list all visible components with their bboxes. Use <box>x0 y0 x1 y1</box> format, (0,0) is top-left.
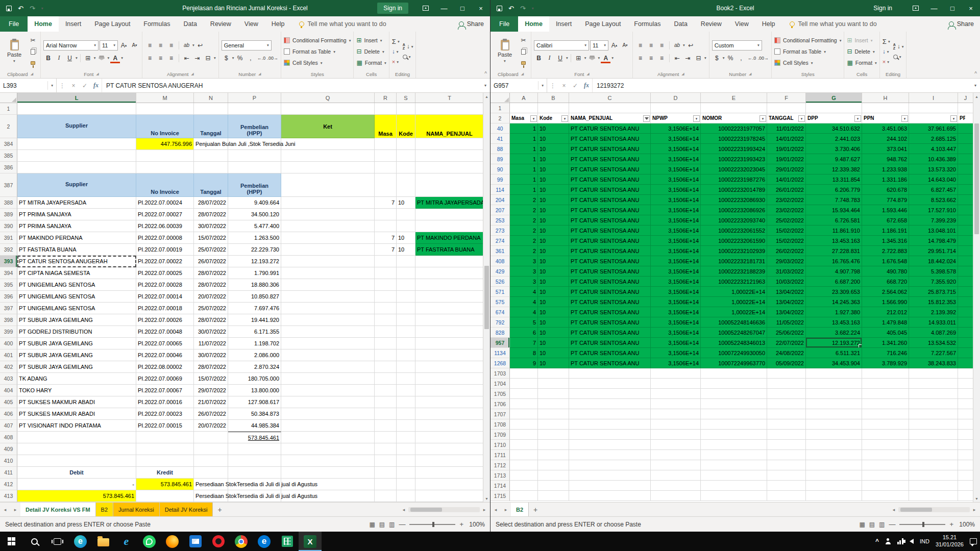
cell-F89[interactable]: 19/01/2022 <box>767 154 806 164</box>
maximize-button[interactable]: □ <box>453 0 472 16</box>
ribbon-tab-home[interactable]: Home <box>28 16 59 32</box>
cell-J41[interactable] <box>958 134 973 144</box>
row-header-2[interactable]: 2 <box>0 115 17 138</box>
cell-L2[interactable]: Supplier <box>17 115 136 138</box>
cell-M387[interactable]: No Invoice <box>136 173 194 197</box>
filter-dropdown-icon-F[interactable]: ▾ <box>798 115 805 122</box>
italic-button[interactable]: I <box>54 53 64 63</box>
page-break-view-icon[interactable]: ▥ <box>389 521 395 528</box>
cell-I1715[interactable] <box>909 491 958 501</box>
scroll-right-icon[interactable]: ▸ <box>481 507 488 512</box>
cell-E89[interactable]: 100022231993423 <box>701 154 767 164</box>
cell-A429[interactable]: 3 <box>510 266 538 277</box>
row-header-393[interactable]: 393 <box>0 256 17 267</box>
cell-F1706[interactable] <box>767 399 806 409</box>
task-view-button[interactable] <box>46 532 69 551</box>
format-as-table-button[interactable]: Format as Table▾ <box>774 47 826 57</box>
row-header-1711[interactable]: 1711 <box>491 450 510 460</box>
cell-P394[interactable]: 1.790.991 <box>228 267 281 279</box>
cell-P402[interactable]: 2.870.324 <box>228 361 281 373</box>
cell-B204[interactable]: 10 <box>538 195 569 205</box>
cell-R409[interactable] <box>375 443 397 455</box>
cell-P398[interactable]: 19.441.920 <box>228 314 281 326</box>
cell-G89[interactable]: 9.487.627 <box>806 154 862 164</box>
row-header-395[interactable]: 395 <box>0 279 17 291</box>
cell-D575[interactable]: 3,1506E+14 <box>651 297 701 307</box>
cell-E1708[interactable] <box>701 419 767 430</box>
row-header-273[interactable]: 273 <box>491 226 510 236</box>
cell-N392[interactable]: 25/07/2022 <box>194 244 228 256</box>
cell-R390[interactable] <box>375 220 397 232</box>
cell-N388[interactable]: 28/07/2022 <box>194 197 228 209</box>
grow-font-button[interactable]: A▴ <box>609 40 619 51</box>
next-sheet-icon[interactable]: ▸ <box>501 503 511 516</box>
collapse-ribbon-icon[interactable]: ^ <box>484 71 487 77</box>
ribbon-tab-home[interactable]: Home <box>518 16 549 32</box>
cell-P390[interactable]: 5.477.400 <box>228 220 281 232</box>
sign-in-button[interactable]: Sign in <box>867 3 898 14</box>
save-button[interactable] <box>497 6 502 11</box>
cell-L384[interactable] <box>17 138 136 150</box>
cell-T410[interactable] <box>415 455 483 467</box>
ribbon-tab-insert[interactable]: Insert <box>59 16 88 32</box>
cell-L390[interactable]: PT PRIMA SANJAYA <box>17 220 136 232</box>
cell-F40[interactable]: 11/01/2022 <box>767 123 806 134</box>
cell-F1[interactable] <box>767 103 806 113</box>
insert-function-icon[interactable]: fx <box>90 79 102 92</box>
cell-T386[interactable] <box>415 162 483 173</box>
cell-B1705[interactable] <box>538 389 569 399</box>
underline-button[interactable]: U <box>65 53 75 63</box>
font-name-combo[interactable]: Arial Narrow▾ <box>43 40 99 51</box>
cell-S396[interactable] <box>397 291 415 303</box>
cell-E1710[interactable] <box>701 440 767 450</box>
find-select-button[interactable]: ▾ <box>403 52 413 62</box>
cell-G1[interactable] <box>806 103 862 113</box>
cell-P410[interactable] <box>228 455 281 467</box>
cell-H1706[interactable] <box>862 399 909 409</box>
cell-L412[interactable]: - <box>17 479 136 490</box>
excel-button[interactable]: X <box>299 532 322 551</box>
cell-D207[interactable]: 3,1506E+14 <box>651 205 701 215</box>
cell-R413[interactable] <box>375 490 397 502</box>
cell-E1268[interactable]: 100072249963770 <box>701 358 767 368</box>
cell-P391[interactable]: 1.263.500 <box>228 232 281 244</box>
cell-I1712[interactable] <box>909 460 958 470</box>
cell-B1711[interactable] <box>538 450 569 460</box>
cell-N402[interactable]: 28/07/2022 <box>194 361 228 373</box>
cell-R406[interactable] <box>375 408 397 420</box>
filter-dropdown-icon-G[interactable]: ▾ <box>854 115 861 122</box>
cell-J40[interactable] <box>958 123 973 134</box>
cell-E1704[interactable] <box>701 379 767 389</box>
row-header-408[interactable]: 408 <box>491 256 510 266</box>
row-header-397[interactable]: 397 <box>0 303 17 314</box>
cell-J274[interactable] <box>958 236 973 246</box>
cell-L386[interactable] <box>17 162 136 173</box>
cell-A1711[interactable] <box>510 450 538 460</box>
cell-B828[interactable]: 10 <box>538 328 569 338</box>
row-header-41[interactable]: 41 <box>491 134 510 144</box>
cell-S1[interactable] <box>397 103 415 115</box>
row-header-1[interactable]: 1 <box>0 103 17 115</box>
sheet-tab-detail-jv-koreksi[interactable]: Detail JV Koreksi <box>160 503 213 516</box>
cell-J1711[interactable] <box>958 450 973 460</box>
ribbon-tab-file[interactable]: File <box>0 16 28 32</box>
row-header-40[interactable]: 40 <box>491 123 510 134</box>
cell-B274[interactable]: 10 <box>538 236 569 246</box>
cell-C792[interactable]: PT CATUR SENTOSA ANU <box>569 317 651 328</box>
cell-G674[interactable]: 1.927.380 <box>806 307 862 317</box>
cell-T395[interactable] <box>415 279 483 291</box>
row-header-384[interactable]: 384 <box>0 138 17 150</box>
cell-L394[interactable]: PT CIPTA NIAGA SEMESTA <box>17 267 136 279</box>
cell-D1703[interactable] <box>651 368 701 379</box>
hidden-icons-button[interactable]: ^ <box>875 538 879 545</box>
format-painter-button[interactable] <box>519 58 528 68</box>
row-header-406[interactable]: 406 <box>0 408 17 420</box>
borders-button[interactable]: ⊞ <box>83 53 93 63</box>
cell-J1710[interactable] <box>958 440 973 450</box>
cell-F1703[interactable] <box>767 368 806 379</box>
column-header-E[interactable]: E <box>701 93 767 103</box>
next-sheet-icon[interactable]: ▸ <box>10 503 20 516</box>
cell-E204[interactable]: 100022232086930 <box>701 195 767 205</box>
comma-style-button[interactable]: , <box>737 53 746 63</box>
cell-J1713[interactable] <box>958 470 973 481</box>
